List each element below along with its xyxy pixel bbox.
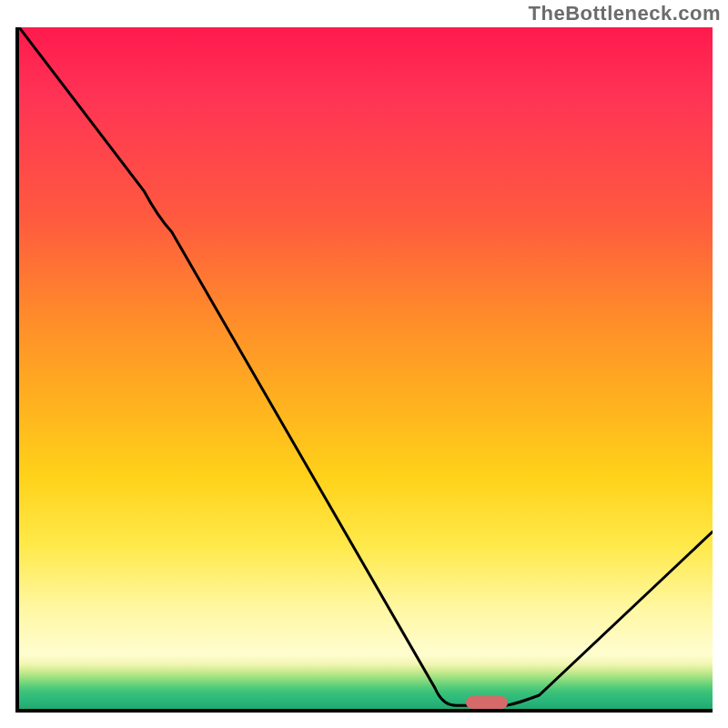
chart-container: TheBottleneck.com [0,0,728,728]
valley-marker [466,696,508,709]
bottleneck-curve [19,27,713,709]
watermark-text: TheBottleneck.com [529,2,721,25]
